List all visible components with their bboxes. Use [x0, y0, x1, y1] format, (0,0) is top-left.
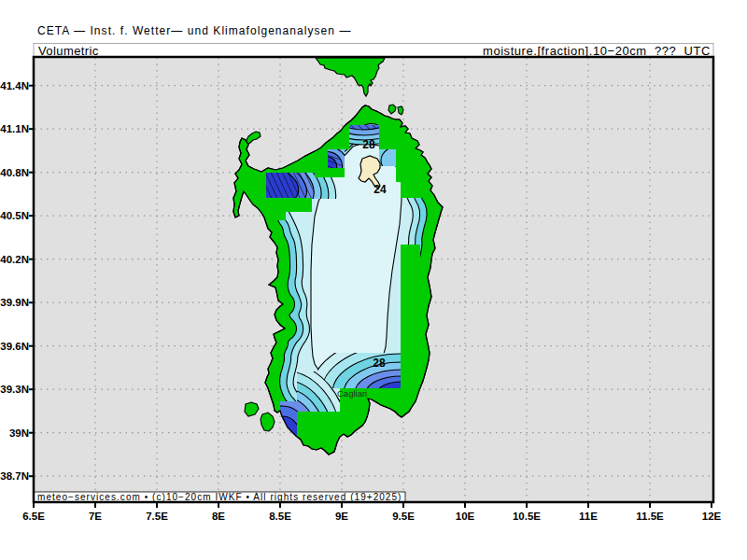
svg-text:CETA — Inst. f. Wetter— und Kl: CETA — Inst. f. Wetter— und Klimafolgena… [37, 24, 351, 37]
svg-text:11E: 11E [579, 511, 598, 522]
svg-text:Volumetric: Volumetric [38, 44, 99, 58]
svg-text:9.5E: 9.5E [392, 511, 415, 522]
svg-text:Cagliari: Cagliari [337, 388, 367, 399]
svg-text:12E: 12E [702, 511, 722, 522]
svg-text:40.2N: 40.2N [0, 254, 29, 265]
svg-text:39.6N: 39.6N [0, 341, 29, 352]
svg-text:7.5E: 7.5E [146, 511, 168, 522]
svg-text:39N: 39N [9, 427, 29, 439]
svg-text:8.5E: 8.5E [269, 511, 291, 522]
svg-text:39.9N: 39.9N [0, 297, 29, 308]
svg-text:28: 28 [373, 357, 386, 370]
svg-text:7E: 7E [89, 511, 102, 522]
svg-text:40.5N: 40.5N [0, 210, 29, 221]
svg-text:8E: 8E [212, 511, 225, 522]
svg-text:11.5E: 11.5E [636, 511, 664, 522]
svg-text:10E: 10E [456, 511, 475, 522]
svg-text:9E: 9E [335, 511, 348, 522]
svg-text:41.4N: 41.4N [0, 80, 29, 91]
svg-text:39.3N: 39.3N [0, 384, 29, 395]
svg-text:6.5E: 6.5E [22, 511, 45, 522]
svg-text:40.8N: 40.8N [0, 167, 29, 178]
svg-text:38.7N: 38.7N [0, 470, 29, 482]
svg-text:41.1N: 41.1N [0, 123, 29, 134]
svg-text:24: 24 [374, 183, 387, 196]
svg-text:meteo−services.com • (c)10−20c: meteo−services.com • (c)10−20cm IWKF • A… [37, 492, 402, 502]
svg-text:10.5E: 10.5E [513, 511, 541, 522]
svg-text:28: 28 [362, 138, 375, 151]
svg-text:moisture.[fraction].10−20cm ?: moisture.[fraction].10−20cm ??? UTC [483, 44, 711, 58]
